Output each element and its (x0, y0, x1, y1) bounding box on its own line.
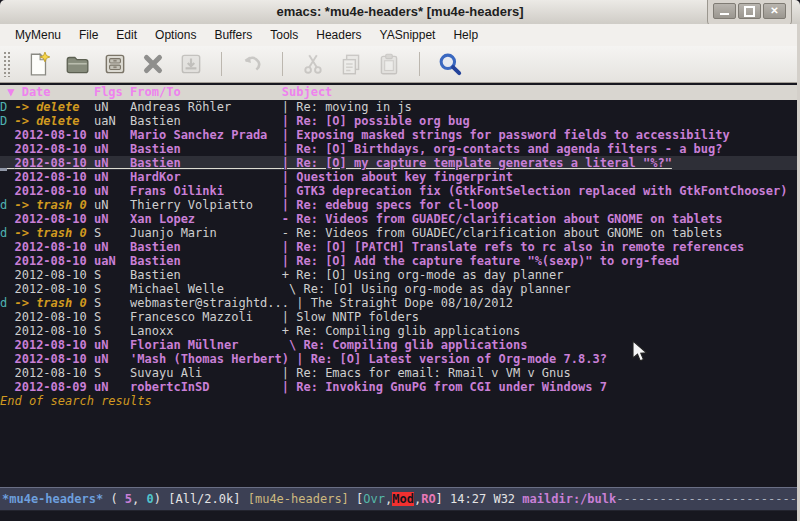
message-row[interactable]: D -> delete uN Andreas Röhler | Re: movi… (0, 100, 797, 114)
save-button[interactable] (101, 50, 129, 78)
mu4e-headers-buffer: ▼ Date Flgs From/To Subject D -> delete … (0, 83, 797, 487)
paste-button[interactable] (375, 50, 403, 78)
maximize-icon (744, 6, 755, 17)
close-buffer-icon (140, 51, 166, 77)
message-row[interactable]: 2012-08-10 uN Bastien | Re: [O] [PATCH] … (0, 240, 797, 254)
message-row[interactable]: d -> trash 0 S webmaster@straightd... | … (0, 296, 797, 310)
open-folder-icon (64, 51, 90, 77)
toolbar-drag-handle[interactable] (3, 51, 11, 77)
minimize-button[interactable] (713, 3, 736, 19)
menu-item-options[interactable]: Options (146, 25, 205, 45)
minimize-icon (720, 13, 729, 15)
toolbar-separator (282, 52, 283, 76)
message-row[interactable]: 2012-08-10 uN Bastien | Re: [O] Birthday… (0, 142, 797, 156)
menu-item-yasnippet[interactable]: YASnippet (371, 25, 445, 45)
minibuffer[interactable] (0, 511, 797, 521)
fringe-current-line-marker (0, 168, 7, 171)
copy-button[interactable] (337, 50, 365, 78)
menu-item-file[interactable]: File (70, 25, 107, 45)
message-row[interactable]: 2012-08-10 uN Mario Sanchez Prada | Expo… (0, 128, 797, 142)
paste-icon (376, 51, 402, 77)
menu-item-tools[interactable]: Tools (261, 25, 307, 45)
window-buttons: ✕ (707, 0, 792, 27)
menu-item-headers[interactable]: Headers (307, 25, 370, 45)
message-row[interactable]: 2012-08-10 uN Xan Lopez - Re: Videos fro… (0, 212, 797, 226)
open-folder-button[interactable] (63, 50, 91, 78)
menu-bar: MyMenuFileEditOptionsBuffersToolsHeaders… (0, 24, 800, 46)
message-row-current[interactable]: 2012-08-10 uN Bastien | Re: [O] my captu… (0, 156, 797, 170)
message-row[interactable]: 2012-08-10 uN Florian Müllner \ Re: Comp… (0, 338, 797, 352)
message-row[interactable]: d -> trash 0 S Juanjo Marin - Re: Videos… (0, 226, 797, 240)
menu-item-help[interactable]: Help (444, 25, 487, 45)
message-row[interactable]: 2012-08-10 uN 'Mash (Thomas Herbert) | R… (0, 352, 797, 366)
message-row[interactable]: d -> trash 0 uN Thierry Volpiatto | Re: … (0, 198, 797, 212)
message-row[interactable]: 2012-08-10 S Michael Welle \ Re: [O] Usi… (0, 282, 797, 296)
search-button[interactable] (436, 50, 464, 78)
cut-icon (300, 51, 326, 77)
copy-icon (338, 51, 364, 77)
message-row[interactable]: D -> delete uaN Bastien | Re: [O] possib… (0, 114, 797, 128)
message-row[interactable]: 2012-08-10 S Lanoxx + Re: Compiling glib… (0, 324, 797, 338)
mode-line[interactable]: *mu4e-headers* ( 5, 0) [All/2.0k] [mu4e-… (0, 487, 797, 511)
close-icon: ✕ (770, 6, 778, 16)
menu-item-mymenu[interactable]: MyMenu (6, 25, 70, 45)
message-row[interactable]: 2012-08-10 uN Frans Oilinki | GTK3 depre… (0, 184, 797, 198)
save-as-button[interactable] (177, 50, 205, 78)
toolbar-separator (419, 52, 420, 76)
maximize-button[interactable] (738, 3, 761, 19)
message-list: D -> delete uN Andreas Röhler | Re: movi… (0, 100, 797, 394)
cut-button[interactable] (299, 50, 327, 78)
message-row[interactable]: 2012-08-10 uN HardKor | Question about k… (0, 170, 797, 184)
message-row[interactable]: 2012-08-10 S Francesco Mazzoli | Slow NN… (0, 310, 797, 324)
undo-button[interactable] (238, 50, 266, 78)
mouse-cursor (632, 340, 648, 364)
message-row[interactable]: 2012-08-10 S Bastien + Re: [O] Using org… (0, 268, 797, 282)
toolbar-separator (221, 52, 222, 76)
menu-item-buffers[interactable]: Buffers (205, 25, 261, 45)
message-row[interactable]: 2012-08-10 uaN Bastien | Re: [O] Add the… (0, 254, 797, 268)
new-file-button[interactable] (25, 50, 53, 78)
toolbar (0, 46, 800, 83)
emacs-window: emacs: *mu4e-headers* [mu4e-headers] ✕ M… (0, 0, 800, 521)
new-file-icon (26, 51, 52, 77)
message-row[interactable]: 2012-08-10 S Suvayu Ali | Re: Emacs for … (0, 366, 797, 380)
window-title: emacs: *mu4e-headers* [mu4e-headers] (0, 4, 800, 19)
undo-icon (239, 51, 265, 77)
message-row[interactable]: 2012-08-09 uN robertcInSD | Re: Invoking… (0, 380, 797, 394)
column-header-line[interactable]: ▼ Date Flgs From/To Subject (0, 85, 797, 100)
title-bar[interactable]: emacs: *mu4e-headers* [mu4e-headers] ✕ (0, 0, 800, 25)
close-button[interactable]: ✕ (763, 3, 786, 19)
end-of-results-text: End of search results (0, 394, 797, 408)
close-buffer-button[interactable] (139, 50, 167, 78)
search-icon (437, 51, 463, 77)
save-as-icon (178, 51, 204, 77)
save-icon (102, 51, 128, 77)
menu-item-edit[interactable]: Edit (107, 25, 146, 45)
